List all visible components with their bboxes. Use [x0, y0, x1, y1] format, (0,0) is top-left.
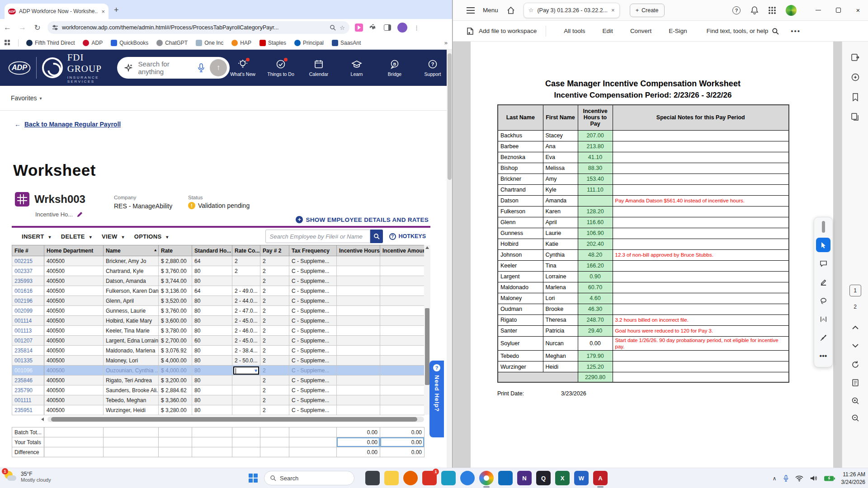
document-tab-title[interactable]: (Pay 3) 01.23.26 - 03.22.2...	[537, 7, 608, 14]
file-number-link[interactable]: 001616	[12, 286, 44, 296]
column-header[interactable]: Name	[104, 245, 159, 256]
scrollbar-thumb[interactable]	[448, 53, 452, 180]
need-help-tab[interactable]: ? Need Help?	[429, 361, 444, 437]
file-number-link[interactable]: 001096	[12, 366, 44, 375]
insert-menu[interactable]: INSERT ▾	[22, 233, 51, 240]
bookmarks-overflow-icon[interactable]: »	[444, 39, 448, 46]
rate-cell[interactable]: $ 3,744.00	[159, 276, 192, 286]
add-file-label[interactable]: Add file to workspace	[479, 28, 537, 34]
incentive-amount-cell[interactable]	[380, 306, 425, 316]
bookmark-item[interactable]: Staples	[256, 40, 289, 46]
favorite-star-icon[interactable]: ☆	[528, 7, 534, 14]
find-tools-button[interactable]: Find text, tools, or help	[707, 28, 779, 35]
home-department-cell[interactable]: 400500	[44, 276, 104, 286]
table-row[interactable]: 235846 400500 Rigato, Teri Andrea $ 3,20…	[12, 375, 425, 385]
table-row[interactable]: 235790 400500 Saunders, Brooke Ali... $ …	[12, 385, 425, 395]
tax-frequency-cell[interactable]: C - Suppleme...	[289, 256, 337, 266]
page-indicator-2[interactable]: 2	[854, 304, 857, 310]
browser-tab[interactable]: ADP ADP Workforce Now - Workshe... ×	[5, 4, 108, 19]
nav-label[interactable]: Bridge	[388, 71, 401, 77]
apps-grid-icon[interactable]	[769, 7, 776, 14]
file-number-link[interactable]: 235951	[12, 405, 44, 415]
highlight-tool[interactable]	[816, 275, 830, 289]
table-row[interactable]: 001114 400500 Holbird, Katie Mary $ 3,60…	[12, 316, 425, 326]
tax-frequency-cell[interactable]: C - Suppleme...	[289, 366, 337, 375]
incentive-hours-cell[interactable]	[337, 266, 380, 276]
help-icon[interactable]: ?	[732, 6, 741, 14]
menu-hamburger-icon[interactable]	[467, 10, 475, 11]
rate-code-cell[interactable]: 2	[232, 266, 260, 276]
name-cell[interactable]: Holbird, Katie Mary	[104, 316, 159, 326]
bookmark-label[interactable]: Principal	[303, 40, 324, 46]
name-cell[interactable]: Tebedo, Meghan	[104, 395, 159, 405]
incentive-hours-cell[interactable]	[337, 405, 380, 415]
home-department-cell[interactable]: 400500	[44, 296, 104, 306]
rate-cell[interactable]: $ 3,280.00	[159, 405, 192, 415]
bookmark-item[interactable]: ADP	[80, 40, 106, 46]
bookmark-label[interactable]: ADP	[91, 40, 103, 46]
battery-icon[interactable]	[824, 475, 835, 482]
name-cell[interactable]: Fulkerson, Karen Danz	[104, 286, 159, 296]
hotkeys-label[interactable]: HOTKEYS	[399, 233, 426, 239]
ai-assistant-icon[interactable]	[849, 71, 861, 83]
tax-frequency-cell[interactable]: C - Suppleme...	[289, 385, 337, 395]
rate-cell[interactable]: $ 3,520.00	[159, 296, 192, 306]
hidden-icons-chevron[interactable]: ∧	[773, 475, 777, 482]
pay2-cell[interactable]: 2	[260, 366, 289, 375]
file-explorer-icon[interactable]	[384, 471, 399, 485]
user-avatar[interactable]	[786, 5, 797, 16]
table-row[interactable]: 235814 400500 Maldonado, Marlena $ 3,076…	[12, 346, 425, 356]
pay2-cell[interactable]: 2	[260, 356, 289, 366]
incentive-hours-cell[interactable]	[337, 276, 380, 286]
file-number-link[interactable]: 001207	[12, 336, 44, 346]
chrome-icon[interactable]	[479, 471, 494, 485]
standard-hours-cell[interactable]: 80	[192, 405, 232, 415]
bookmark-star-icon[interactable]: ☆	[340, 24, 345, 31]
clock[interactable]: 11:26 AM 3/24/2026	[841, 471, 865, 485]
employee-search-input[interactable]: Search Employee by File# or Name	[265, 230, 370, 243]
home-department-cell[interactable]: 400500	[44, 336, 104, 346]
incentive-amount-cell[interactable]	[380, 266, 425, 276]
rate-cell[interactable]: $ 3,200.00	[159, 375, 192, 385]
tax-frequency-cell[interactable]: C - Suppleme...	[289, 346, 337, 356]
scroll-up-icon[interactable]	[425, 246, 429, 249]
rate-code-cell[interactable]: 2 - 45.0...	[232, 316, 260, 326]
column-header[interactable]: File #	[12, 245, 44, 256]
zoom-icon[interactable]	[330, 24, 336, 31]
rate-code-cell[interactable]: 2 - 38.4...	[232, 346, 260, 356]
file-number-link[interactable]: 001335	[12, 356, 44, 366]
comment-tool[interactable]	[816, 256, 830, 271]
rate-code-cell[interactable]	[232, 385, 260, 395]
name-cell[interactable]: Datson, Amanda	[104, 276, 159, 286]
nav-label[interactable]: Calendar	[309, 71, 329, 77]
incentive-amount-cell[interactable]	[380, 336, 425, 346]
incentive-hours-cell[interactable]	[337, 286, 380, 296]
edge-icon[interactable]	[460, 471, 475, 485]
hotkeys-button[interactable]: ? HOTKEYS	[389, 233, 426, 240]
bookmark-label[interactable]: QuickBooks	[119, 40, 148, 46]
grid-horizontal-scrollbar[interactable]	[47, 417, 424, 422]
bookmark-label[interactable]: Fifth Third Direct	[35, 40, 75, 46]
search-placeholder[interactable]: Search	[280, 475, 298, 482]
side-panel-icon[interactable]	[384, 24, 391, 31]
standard-hours-cell[interactable]: 80	[192, 296, 232, 306]
convert-menu[interactable]: Convert	[630, 28, 651, 34]
favorites-menu[interactable]: Favorites	[11, 94, 37, 102]
create-label[interactable]: Create	[642, 7, 659, 14]
tax-frequency-cell[interactable]: C - Suppleme...	[289, 266, 337, 276]
back-icon[interactable]: ←	[0, 23, 15, 32]
standard-hours-cell[interactable]: 80	[192, 395, 232, 405]
home-department-cell[interactable]: 400500	[44, 316, 104, 326]
nav-support[interactable]: ? Support	[420, 59, 446, 77]
rate-cell[interactable]: $ 3,600.00	[159, 316, 192, 326]
incentive-amount-cell[interactable]	[380, 366, 425, 375]
rate-code-cell[interactable]	[232, 405, 260, 415]
incentive-amount-cell[interactable]	[380, 375, 425, 385]
standard-hours-cell[interactable]: 80	[192, 356, 232, 366]
address-bar[interactable]: workforcenow.adp.com/theme/admin.html#/P…	[47, 21, 349, 34]
incentive-amount-cell[interactable]	[380, 326, 425, 336]
minimize-icon[interactable]	[808, 0, 828, 20]
rate-code-cell[interactable]: 2 - 46.0...	[232, 326, 260, 336]
pay2-cell[interactable]: 2	[260, 405, 289, 415]
name-cell[interactable]: Brickner, Amy Jo	[104, 256, 159, 266]
